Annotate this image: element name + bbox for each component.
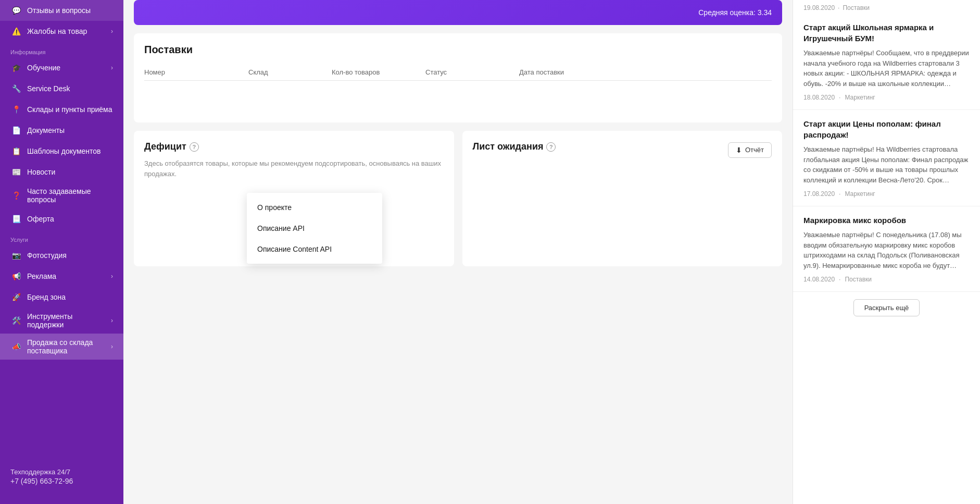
sidebar-item-news[interactable]: 📰 Новости — [0, 162, 123, 182]
news-body-2: Уважаемые партнёры! На Wildberries старт… — [803, 144, 970, 185]
col-warehouse: Склад — [248, 68, 332, 76]
average-score: Средняя оценка: 3.34 — [698, 8, 772, 17]
news-meta-3: 14.08.2020 · Поставки — [803, 276, 970, 283]
support-label: Техподдержка 24/7 — [10, 468, 113, 476]
dropdown-item-content-api[interactable]: Описание Content API — [247, 239, 382, 260]
news-title-1[interactable]: Старт акций Школьная ярмарка и Игрушечны… — [803, 22, 970, 44]
sidebar-item-support-tools[interactable]: 🛠️ Инструменты поддержки › — [0, 308, 123, 334]
news-title-3[interactable]: Маркировка микс коробов — [803, 215, 970, 226]
news-meta-2: 17.08.2020 · Маркетинг — [803, 190, 970, 198]
support-phone: +7 (495) 663-72-96 — [10, 477, 113, 485]
newspaper-icon: 📰 — [10, 166, 22, 178]
deliveries-empty-rows — [144, 81, 772, 112]
tools-icon: 🛠️ — [10, 315, 22, 326]
news-item-3: Маркировка микс коробов Уважаемые партнё… — [793, 206, 980, 292]
graduation-icon: 🎓 — [10, 62, 22, 73]
news-item-2: Старт акции Цены пополам: финал распрода… — [793, 110, 980, 206]
right-panel: 19.08.2020 · Поставки Старт акций Школьн… — [793, 0, 980, 504]
section-label-info: Информация — [0, 42, 123, 57]
waitlist-title: Лист ожидания ? — [473, 141, 556, 152]
expand-button[interactable]: Раскрыть ещё — [853, 299, 920, 316]
bottom-panels: Дефицит ? Здесь отобразятся товары, кото… — [134, 131, 782, 266]
arrow-icon: › — [111, 64, 113, 71]
sidebar-item-reviews[interactable]: 💬 Отзывы и вопросы — [0, 0, 123, 21]
sidebar-item-doc-templates[interactable]: 📋 Шаблоны документов — [0, 141, 123, 162]
sidebar-item-brandzone[interactable]: 🚀 Бренд зона — [0, 287, 123, 308]
deliveries-table-header: Номер Склад Кол-во товаров Статус Дата п… — [144, 64, 772, 81]
news-first-date-row: 19.08.2020 · Поставки — [793, 0, 980, 14]
waitlist-panel: Лист ожидания ? ⬇ Отчёт — [462, 131, 783, 266]
arrow-icon: › — [111, 317, 113, 324]
deficit-description: Здесь отобразятся товары, которые мы рек… — [144, 158, 444, 179]
dropdown-item-about[interactable]: О проекте — [247, 197, 382, 218]
document-icon: 📄 — [10, 125, 22, 136]
arrow-icon: › — [111, 343, 113, 350]
main-content: Средняя оценка: 3.34 Поставки Номер Скла… — [123, 0, 980, 504]
waitlist-header-row: Лист ожидания ? ⬇ Отчёт — [473, 141, 772, 158]
warning-icon: ⚠️ — [10, 26, 22, 37]
sidebar-item-offer[interactable]: 📃 Оферта — [0, 208, 123, 229]
question-icon: ❓ — [10, 190, 22, 201]
location-icon: 📍 — [10, 104, 22, 115]
col-number: Номер — [144, 68, 248, 76]
sidebar-item-learning[interactable]: 🎓 Обучение › — [0, 57, 123, 78]
sidebar-item-documents[interactable]: 📄 Документы — [0, 120, 123, 141]
col-status: Статус — [425, 68, 519, 76]
announcement-icon: 📣 — [10, 341, 22, 352]
col-quantity: Кол-во товаров — [332, 68, 425, 76]
center-panel: Средняя оценка: 3.34 Поставки Номер Скла… — [123, 0, 793, 504]
sidebar-item-faq[interactable]: ❓ Часто задаваемые вопросы — [0, 182, 123, 208]
rocket-icon: 🚀 — [10, 291, 22, 303]
expand-button-row: Раскрыть ещё — [793, 292, 980, 324]
col-date: Дата поставки — [519, 68, 623, 76]
sidebar-item-supplier-sales[interactable]: 📣 Продажа со склада поставщика › — [0, 334, 123, 360]
news-title-2[interactable]: Старт акции Цены пополам: финал распрода… — [803, 118, 970, 140]
megaphone-icon: 📢 — [10, 271, 22, 282]
arrow-icon: › — [111, 273, 113, 280]
news-meta-1: 18.08.2020 · Маркетинг — [803, 94, 970, 101]
report-button[interactable]: ⬇ Отчёт — [728, 142, 772, 158]
deliveries-card: Поставки Номер Склад Кол-во товаров Стат… — [134, 33, 782, 122]
arrow-icon: › — [111, 28, 113, 35]
deficit-help-icon[interactable]: ? — [190, 142, 199, 152]
deficit-title: Дефицит ? — [144, 141, 444, 152]
sidebar-item-photostudio[interactable]: 📷 Фотостудия — [0, 245, 123, 266]
waitlist-help-icon[interactable]: ? — [546, 142, 556, 152]
chat-icon: 💬 — [10, 5, 22, 16]
wrench-icon: 🔧 — [10, 83, 22, 94]
dropdown-menu: О проекте Описание API Описание Content … — [247, 193, 382, 264]
content-area: Средняя оценка: 3.34 Поставки Номер Скла… — [123, 0, 980, 504]
sidebar-item-warehouses[interactable]: 📍 Склады и пункты приёма — [0, 99, 123, 120]
news-body-1: Уважаемые партнёры! Сообщаем, что в пред… — [803, 48, 970, 89]
download-icon: ⬇ — [736, 146, 742, 154]
deliveries-title: Поставки — [144, 44, 772, 56]
dropdown-container: О проекте Описание API Описание Content … — [247, 193, 382, 264]
sidebar-footer: Техподдержка 24/7 +7 (495) 663-72-96 — [0, 460, 123, 494]
dropdown-item-api[interactable]: Описание API — [247, 218, 382, 239]
sidebar: 💬 Отзывы и вопросы ⚠️ Жалобы на товар › … — [0, 0, 123, 504]
news-body-3: Уважаемые партнёры! С понедельника (17.0… — [803, 230, 970, 271]
offer-icon: 📃 — [10, 213, 22, 225]
top-banner: Средняя оценка: 3.34 — [134, 0, 782, 25]
sidebar-item-complaints[interactable]: ⚠️ Жалобы на товар › — [0, 21, 123, 42]
news-item-1: Старт акций Школьная ярмарка и Игрушечны… — [793, 14, 980, 110]
sidebar-item-service-desk[interactable]: 🔧 Service Desk — [0, 78, 123, 99]
clipboard-icon: 📋 — [10, 145, 22, 157]
dot-separator: · — [838, 4, 839, 11]
sidebar-item-advertising[interactable]: 📢 Реклама › — [0, 266, 123, 287]
section-label-services: Услуги — [0, 229, 123, 245]
camera-icon: 📷 — [10, 250, 22, 261]
